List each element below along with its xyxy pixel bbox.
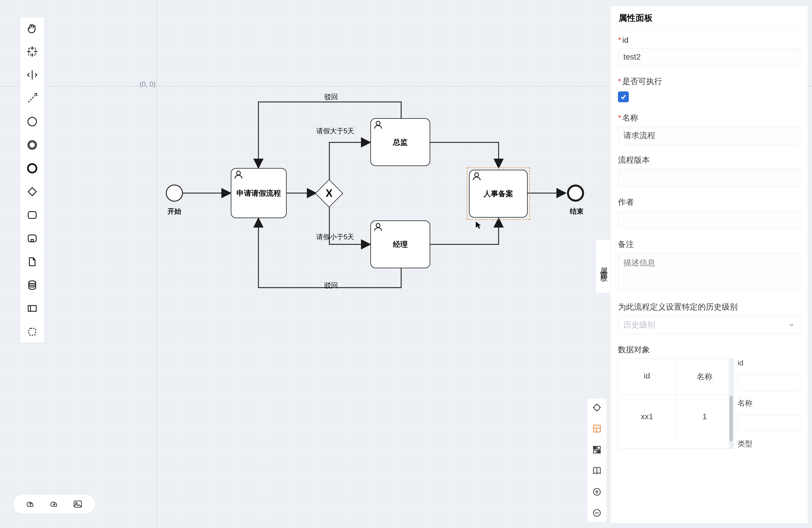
svg-rect-24	[29, 328, 35, 335]
task-apply[interactable]: 申请请假流程	[231, 168, 287, 218]
svg-point-3	[236, 171, 241, 175]
history-level-label: 为此流程定义设置特定的历史级别	[618, 303, 738, 311]
space-tool[interactable]	[24, 67, 41, 84]
remark-label: 备注	[618, 240, 634, 249]
panel-title: 属性面板	[611, 6, 808, 30]
edge-label-reject-top: 驳回	[324, 92, 338, 101]
task-manager-label: 经理	[393, 239, 408, 249]
svg-point-16	[28, 164, 37, 173]
svg-rect-20	[31, 239, 33, 242]
end-event-label: 结束	[570, 207, 583, 216]
start-event-tool[interactable]	[24, 113, 41, 130]
form-id-label: id	[738, 358, 800, 367]
property-panel: 属性面板 *id *是否可执行 *名称 流程版本 作者 备注 为	[610, 6, 808, 524]
start-event[interactable]	[166, 185, 183, 202]
field-id: *id	[618, 35, 800, 66]
edge-label-reject-bottom: 驳回	[324, 281, 338, 290]
cursor-icon	[475, 221, 482, 229]
upload-button[interactable]	[24, 498, 37, 510]
svg-point-6	[475, 173, 479, 177]
svg-rect-35	[593, 446, 596, 449]
zoom-in-button[interactable]	[591, 486, 603, 498]
form-name-label: 名称	[738, 398, 800, 408]
table-row[interactable]: xx1 1	[618, 395, 734, 438]
field-data-object: 数据对象 id 名称 xx1 1 id	[618, 344, 800, 449]
field-executable: *是否可执行	[618, 76, 800, 102]
task-apply-label: 申请请假流程	[236, 188, 281, 198]
lasso-tool[interactable]	[24, 43, 41, 60]
field-remark: 备注	[618, 239, 800, 291]
task-hr[interactable]: 人事备案	[469, 170, 528, 218]
svg-rect-36	[597, 446, 600, 449]
table-scrollbar[interactable]	[729, 359, 734, 449]
history-level-select[interactable]: 历史级别	[618, 316, 800, 334]
col-id-header: id	[618, 359, 676, 395]
gateway-x-label: X	[326, 187, 333, 199]
exclusive-gateway[interactable]: X	[315, 179, 343, 208]
cell-id: xx1	[618, 395, 676, 438]
field-history-level: 为此流程定义设置特定的历史级别 历史级别	[618, 302, 800, 334]
version-label: 流程版本	[618, 156, 650, 164]
remark-input[interactable]	[618, 253, 800, 290]
download-button[interactable]	[48, 498, 60, 510]
view-toolbar	[587, 398, 607, 522]
subprocess-tool[interactable]	[24, 230, 41, 247]
svg-point-4	[376, 121, 380, 125]
executable-label: 是否可执行	[622, 77, 662, 86]
task-director-label: 总监	[393, 137, 408, 147]
field-version: 流程版本	[618, 155, 800, 187]
origin-guide-vertical	[156, 0, 157, 528]
origin-coords-label: (0, 0)	[140, 80, 156, 88]
docs-button[interactable]	[591, 465, 603, 477]
locate-button[interactable]	[591, 401, 603, 414]
data-object-label: 数据对象	[618, 345, 650, 354]
hand-tool[interactable]	[24, 20, 41, 37]
end-event-tool[interactable]	[24, 160, 41, 177]
io-toolbar	[13, 494, 96, 514]
intermediate-event-tool[interactable]	[24, 136, 41, 153]
zoom-out-button[interactable]	[591, 507, 603, 519]
svg-rect-17	[28, 188, 36, 196]
svg-rect-18	[28, 211, 36, 218]
svg-point-21	[29, 281, 35, 284]
end-event[interactable]	[567, 185, 584, 202]
user-icon	[373, 223, 383, 231]
chevron-down-icon	[788, 322, 795, 328]
executable-checkbox[interactable]	[618, 91, 629, 102]
data-object-tool[interactable]	[24, 253, 41, 270]
task-hr-label: 人事备案	[483, 189, 513, 199]
start-event-label: 开始	[168, 207, 181, 216]
svg-point-13	[28, 117, 37, 126]
form-id-input[interactable]	[738, 374, 800, 391]
image-export-button[interactable]	[72, 498, 84, 510]
col-name-header: 名称	[676, 359, 734, 395]
connector-tool[interactable]	[24, 90, 41, 107]
svg-rect-37	[593, 450, 596, 453]
form-type-label: 类型	[738, 439, 800, 449]
svg-rect-32	[593, 425, 600, 432]
minimap-button[interactable]	[591, 443, 603, 456]
field-author: 作者	[618, 197, 800, 229]
field-name: *名称	[618, 113, 800, 144]
name-input[interactable]	[618, 127, 800, 144]
gateway-tool[interactable]	[24, 183, 41, 200]
panel-collapse-tab[interactable]: 属性面板	[595, 239, 612, 293]
svg-rect-19	[28, 235, 36, 242]
pool-tool[interactable]	[24, 300, 41, 317]
author-input[interactable]	[618, 211, 800, 229]
task-director[interactable]: 总监	[371, 118, 430, 166]
data-store-tool[interactable]	[24, 277, 41, 294]
edge-label-lt5: 请假小于5天	[316, 232, 354, 241]
id-input[interactable]	[618, 48, 800, 66]
edge-label-gt5: 请假大于5天	[316, 127, 354, 135]
form-name-input[interactable]	[738, 415, 800, 432]
svg-point-5	[376, 223, 380, 228]
svg-point-15	[29, 142, 35, 148]
group-tool[interactable]	[24, 323, 41, 340]
cell-name: 1	[676, 395, 734, 438]
svg-rect-22	[28, 306, 36, 311]
fit-view-button[interactable]	[591, 422, 603, 435]
task-manager[interactable]: 经理	[371, 220, 430, 268]
version-input[interactable]	[618, 169, 800, 187]
task-tool[interactable]	[24, 206, 41, 223]
